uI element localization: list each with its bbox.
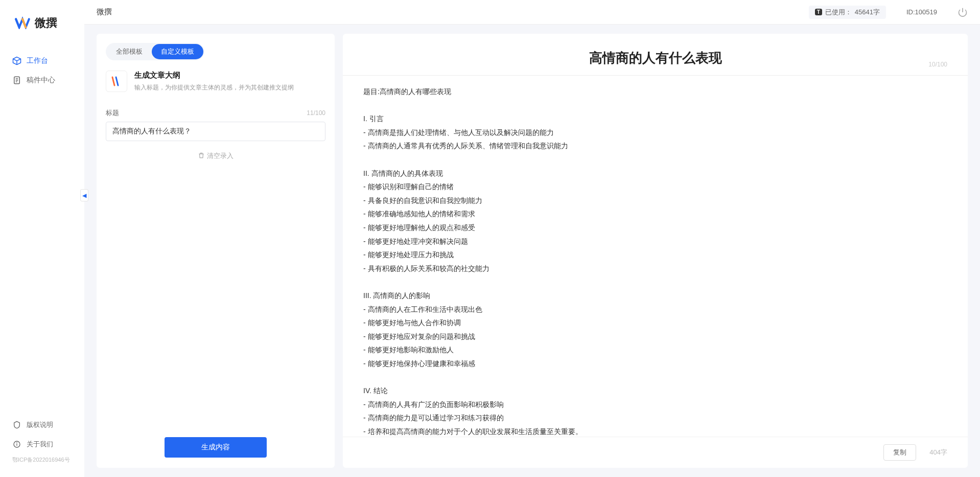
collapse-handle[interactable]: ◀ [80, 189, 88, 201]
tab-custom-templates[interactable]: 自定义模板 [152, 44, 203, 59]
cube-icon [12, 56, 21, 65]
clear-label: 清空录入 [207, 151, 234, 161]
result-body[interactable]: 题目:高情商的人有哪些表现 I. 引言 - 高情商是指人们处理情绪、与他人互动以… [343, 76, 968, 437]
usage-prefix: 已使用： [825, 8, 852, 17]
sidebar-bottom: 版权说明 关于我们 鄂ICP备2022016946号 [0, 415, 84, 477]
logo-icon [14, 16, 31, 30]
title-input[interactable] [106, 122, 325, 141]
app-root: 微撰 工作台 稿件中心 版权说明 关于我们 鄂ICP备2022016946号 [0, 0, 980, 477]
template-card: 生成文章大纲 输入标题，为你提供文章主体的灵感，并为其创建推文提纲 [97, 60, 335, 102]
panel-left: 全部模板 自定义模板 生成文章大纲 输入标题，为你提供文章主体的灵感，并为其创建… [97, 34, 335, 468]
copy-button[interactable]: 复制 [883, 444, 916, 461]
nav-main: 工作台 稿件中心 [0, 51, 84, 415]
power-icon[interactable] [958, 7, 968, 17]
field-counter: 11/100 [307, 109, 325, 117]
result-header: 高情商的人有什么表现 10/100 [343, 34, 968, 76]
info-icon [12, 440, 21, 449]
trash-icon [198, 152, 205, 161]
nav-copyright[interactable]: 版权说明 [0, 415, 84, 435]
tabs: 全部模板 自定义模板 [97, 34, 335, 60]
template-info: 生成文章大纲 输入标题，为你提供文章主体的灵感，并为其创建推文提纲 [134, 71, 294, 92]
template-title: 生成文章大纲 [134, 71, 294, 80]
template-desc: 输入标题，为你提供文章主体的灵感，并为其创建推文提纲 [134, 83, 294, 92]
tabs-inner: 全部模板 自定义模板 [106, 43, 204, 60]
generate-button[interactable]: 生成内容 [165, 437, 267, 458]
content: 全部模板 自定义模板 生成文章大纲 输入标题，为你提供文章主体的灵感，并为其创建… [84, 25, 980, 477]
user-id: ID:100519 [906, 8, 937, 16]
logo-text: 微撰 [35, 15, 57, 31]
usage-value: 45641字 [855, 8, 880, 17]
doc-icon [12, 76, 21, 85]
result-title-counter: 10/100 [928, 61, 947, 68]
shield-icon [12, 420, 21, 429]
left-footer: 生成内容 [97, 427, 335, 468]
sidebar: 微撰 工作台 稿件中心 版权说明 关于我们 鄂ICP备2022016946号 [0, 0, 84, 477]
nav-label: 稿件中心 [27, 76, 55, 85]
word-count: 404字 [929, 448, 947, 457]
nav-label: 工作台 [27, 56, 48, 65]
logo: 微撰 [0, 15, 84, 51]
topbar-right: T 已使用： 45641字 ID:100519 [809, 6, 968, 19]
usage-pill[interactable]: T 已使用： 45641字 [809, 6, 886, 19]
icp-text: 鄂ICP备2022016946号 [0, 454, 84, 469]
svg-point-6 [17, 443, 17, 443]
nav-label: 关于我们 [27, 440, 53, 449]
result-footer: 复制 404字 [343, 437, 968, 468]
main: 微撰 T 已使用： 45641字 ID:100519 全部模板 自定义模板 [84, 0, 980, 477]
nav-label: 版权说明 [27, 420, 53, 429]
nav-drafts[interactable]: 稿件中心 [0, 71, 84, 90]
field-label: 标题 [106, 108, 119, 118]
nav-workbench[interactable]: 工作台 [0, 51, 84, 71]
topbar: 微撰 T 已使用： 45641字 ID:100519 [84, 0, 980, 25]
panel-right: 高情商的人有什么表现 10/100 题目:高情商的人有哪些表现 I. 引言 - … [343, 34, 968, 468]
usage-badge: T [815, 9, 822, 15]
template-thumb-icon [106, 71, 127, 92]
tab-all-templates[interactable]: 全部模板 [107, 44, 152, 59]
title-field: 标题 11/100 [97, 102, 335, 141]
result-title: 高情商的人有什么表现 [363, 49, 947, 67]
clear-button[interactable]: 清空录入 [97, 141, 335, 171]
chevron-left-icon: ◀ [82, 192, 86, 199]
nav-about[interactable]: 关于我们 [0, 435, 84, 454]
topbar-title: 微撰 [97, 7, 809, 17]
